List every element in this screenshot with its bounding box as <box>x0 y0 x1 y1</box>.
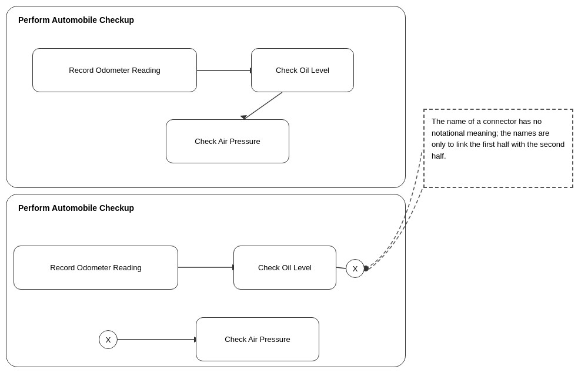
top-oil-label: Check Oil Level <box>276 66 329 75</box>
connector-circle-top: X <box>346 259 365 278</box>
bottom-swimlane-title: Perform Automobile Checkup <box>18 203 134 213</box>
bottom-oil-box: Check Oil Level <box>233 246 336 290</box>
bottom-air-label: Check Air Pressure <box>225 335 290 344</box>
diagram-container: Perform Automobile Checkup Perform Autom… <box>0 0 588 376</box>
bottom-air-box: Check Air Pressure <box>196 317 319 361</box>
connector-top-label: X <box>353 264 358 273</box>
note-box: The name of a connector has no notationa… <box>423 109 573 188</box>
top-odometer-label: Record Odometer Reading <box>69 66 160 75</box>
bottom-oil-label: Check Oil Level <box>258 263 312 272</box>
top-air-box: Check Air Pressure <box>166 119 289 163</box>
note-text: The name of a connector has no notationa… <box>432 117 564 160</box>
bottom-odometer-label: Record Odometer Reading <box>50 263 141 272</box>
top-swimlane-title: Perform Automobile Checkup <box>18 15 134 25</box>
connector-bottom-label: X <box>106 335 111 344</box>
connector-circle-bottom: X <box>99 330 118 349</box>
bottom-odometer-box: Record Odometer Reading <box>14 246 178 290</box>
top-odometer-box: Record Odometer Reading <box>32 48 197 92</box>
top-oil-box: Check Oil Level <box>251 48 354 92</box>
top-air-label: Check Air Pressure <box>195 137 260 146</box>
